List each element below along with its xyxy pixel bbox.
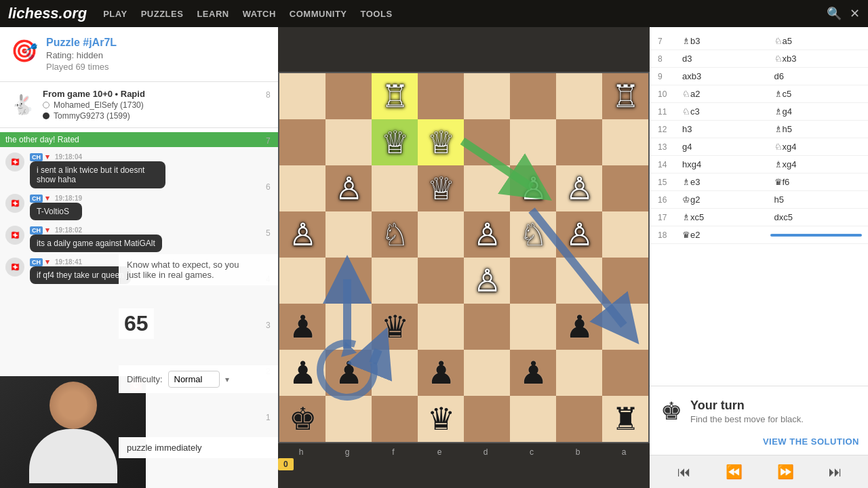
nav-learn[interactable]: LEARN	[197, 9, 229, 19]
board-square[interactable]	[464, 350, 510, 396]
move-white[interactable]: h3	[678, 123, 770, 136]
board-square[interactable]: ♙	[464, 258, 510, 304]
board-square[interactable]	[556, 258, 602, 304]
move-white[interactable]: ♗e3	[678, 176, 770, 188]
board-square[interactable]	[326, 73, 372, 119]
board-square[interactable]	[279, 119, 326, 165]
board-square[interactable]	[464, 304, 510, 350]
board-square[interactable]	[418, 211, 464, 258]
next-move-button[interactable]: ⏩	[772, 461, 800, 483]
move-black[interactable]: ♛f6	[770, 176, 863, 188]
difficulty-select[interactable]: Normal Easy Hard	[168, 371, 220, 388]
board-square[interactable]: ♙	[464, 211, 510, 258]
board-square[interactable]	[556, 350, 602, 396]
board-square[interactable]: ♙	[556, 211, 602, 258]
move-black[interactable]	[770, 234, 863, 237]
board-square[interactable]: ♛	[372, 304, 418, 350]
board-square[interactable]	[372, 258, 418, 304]
move-black[interactable]: ♗xg4	[770, 158, 863, 171]
chess-board[interactable]: ♖♖♕♕♙♕♙♙♙♘♙♘♙♙♟♛♟♟♟♟♟♚♛♜	[278, 72, 650, 443]
board-square[interactable]	[602, 258, 648, 304]
board-square[interactable]	[326, 119, 372, 165]
move-black[interactable]: ♘xb3	[770, 52, 863, 65]
move-white[interactable]: hxg4	[678, 158, 770, 171]
board-square[interactable]: ♕	[418, 119, 464, 165]
board-square[interactable]: ♕	[418, 165, 464, 211]
move-white[interactable]: ♘a2	[678, 87, 770, 100]
board-square[interactable]	[556, 119, 602, 165]
board-square[interactable]: ♘	[372, 211, 418, 258]
prev-move-button[interactable]: ⏪	[720, 461, 748, 483]
site-logo[interactable]: lichess.org	[8, 5, 87, 22]
move-white[interactable]: ♗b3	[678, 35, 770, 47]
board-square[interactable]	[464, 73, 510, 119]
board-square[interactable]	[279, 165, 326, 211]
board-square[interactable]: ♖	[602, 73, 648, 119]
board-square[interactable]: ♟	[418, 350, 464, 396]
board-square[interactable]: ♜	[602, 396, 648, 442]
board-square[interactable]	[510, 119, 556, 165]
board-square[interactable]: ♙	[556, 165, 602, 211]
board-square[interactable]: ♘	[510, 211, 556, 258]
move-white[interactable]: g4	[678, 140, 770, 153]
board-square[interactable]	[326, 304, 372, 350]
board-square[interactable]	[418, 258, 464, 304]
nav-tools[interactable]: TOOLS	[361, 9, 393, 19]
board-square[interactable]	[326, 396, 372, 442]
board-square[interactable]	[510, 304, 556, 350]
board-square[interactable]: ♙	[279, 211, 326, 258]
move-black[interactable]: ♘a5	[770, 35, 863, 47]
board-square[interactable]: ♙	[326, 165, 372, 211]
board-square[interactable]: ♟	[556, 304, 602, 350]
board-square[interactable]	[510, 73, 556, 119]
move-white[interactable]: ♘c3	[678, 105, 770, 118]
board-square[interactable]	[602, 119, 648, 165]
board-square[interactable]	[464, 119, 510, 165]
board-square[interactable]	[326, 211, 372, 258]
board-square[interactable]	[602, 304, 648, 350]
board-square[interactable]: ♛	[418, 396, 464, 442]
move-black[interactable]: ♗g4	[770, 105, 863, 118]
board-square[interactable]	[602, 350, 648, 396]
move-black[interactable]: ♗c5	[770, 87, 863, 100]
board-square[interactable]	[602, 211, 648, 258]
move-white[interactable]: ♔g2	[678, 193, 770, 206]
move-black[interactable]: h5	[770, 193, 863, 206]
move-black[interactable]: ♘xg4	[770, 140, 863, 153]
move-white[interactable]: axb3	[678, 70, 770, 83]
move-white[interactable]: ♗xc5	[678, 211, 770, 224]
board-square[interactable]	[326, 258, 372, 304]
board-square[interactable]: ♕	[372, 119, 418, 165]
board-square[interactable]: ♙	[510, 165, 556, 211]
nav-play[interactable]: PLAY	[103, 9, 127, 19]
board-square[interactable]	[372, 350, 418, 396]
board-square[interactable]	[510, 396, 556, 442]
move-black[interactable]: ♗h5	[770, 123, 863, 136]
board-square[interactable]	[418, 73, 464, 119]
board-square[interactable]	[556, 73, 602, 119]
board-square[interactable]	[464, 165, 510, 211]
board-square[interactable]	[464, 396, 510, 442]
close-icon[interactable]: ✕	[850, 6, 860, 21]
search-icon[interactable]: 🔍	[827, 6, 842, 21]
board-square[interactable]: ♟	[510, 350, 556, 396]
board-square[interactable]	[372, 165, 418, 211]
last-move-button[interactable]: ⏭	[823, 462, 848, 483]
view-solution-button[interactable]: VIEW THE SOLUTION	[650, 436, 868, 455]
first-move-button[interactable]: ⏮	[672, 462, 696, 483]
board-square[interactable]	[418, 304, 464, 350]
board-square[interactable]	[372, 396, 418, 442]
board-square[interactable]	[279, 73, 326, 119]
move-white[interactable]: ♛e2	[678, 228, 770, 241]
board-square[interactable]: ♟	[279, 350, 326, 396]
board-square[interactable]: ♚	[279, 396, 326, 442]
move-white[interactable]: d3	[678, 52, 770, 65]
move-black[interactable]: d6	[770, 70, 863, 83]
board-square[interactable]	[556, 396, 602, 442]
board-square[interactable]	[279, 258, 326, 304]
move-black[interactable]: dxc5	[770, 211, 863, 224]
nav-puzzles[interactable]: PUZZLES	[141, 9, 184, 19]
board-square[interactable]: ♟	[279, 304, 326, 350]
nav-community[interactable]: COMMUNITY	[290, 9, 347, 19]
nav-watch[interactable]: WATCH	[243, 9, 276, 19]
